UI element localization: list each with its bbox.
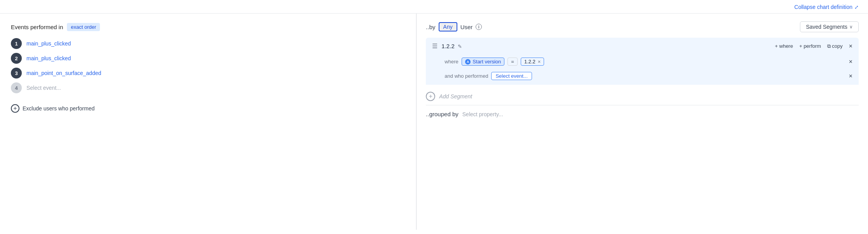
by-label: ..by [426,24,435,30]
property-name: Start version [472,59,501,65]
event-name-2[interactable]: main_plus_clicked [26,55,71,61]
exact-order-badge[interactable]: exact order [67,23,100,31]
any-button[interactable]: Any [439,22,457,31]
event-number-2: 2 [11,53,22,64]
info-icon[interactable]: i [476,24,482,30]
value-badge[interactable]: 1.2.2 × [521,58,544,66]
user-label: User [460,24,473,30]
segment-block: ☰ 1.2.2 ✎ + where + perform ⧉ copy × w [426,38,859,85]
chevron-down-icon: ∨ [849,24,853,30]
select-property-placeholder[interactable]: Select property... [462,111,503,117]
where-row-close-button[interactable]: × [849,58,852,65]
events-header: Events performed in exact order [11,23,405,31]
top-bar: Collapse chart definition ⤢ [0,0,868,14]
collapse-chart-link[interactable]: Collapse chart definition ⤢ [794,4,859,10]
andwho-label: and who performed [444,73,488,79]
exclude-users-row[interactable]: + Exclude users who performed [11,104,405,113]
where-label: where [444,59,458,65]
right-header: ..by Any User i Saved Segments ∨ [426,21,859,32]
saved-segments-button[interactable]: Saved Segments ∨ [800,21,859,32]
copy-label: copy [832,43,842,49]
exclude-users-icon: + [11,104,19,113]
segment-close-button[interactable]: × [849,43,852,50]
add-segment-label[interactable]: Add Segment [439,93,472,100]
segment-name-text: 1.2.2 [441,43,454,49]
list-item: 2 main_plus_clicked [11,53,405,64]
events-header-label: Events performed in [11,24,63,30]
event-placeholder-4[interactable]: Select event... [26,85,61,91]
event-number-1: 1 [11,38,22,49]
list-item: 1 main_plus_clicked [11,38,405,49]
grouped-by-label: ..grouped by [426,111,458,117]
by-user-row: ..by Any User i [426,22,482,31]
segment-name: 1.2.2 ✎ [441,43,771,49]
select-event-button[interactable]: Select event... [491,72,532,80]
event-name-1[interactable]: main_plus_clicked [26,40,71,47]
andwho-close-button[interactable]: × [849,73,852,80]
right-panel: ..by Any User i Saved Segments ∨ ☰ 1.2.2… [416,14,868,230]
event-list: 1 main_plus_clicked 2 main_plus_clicked … [11,38,405,93]
event-number-4: 4 [11,82,22,93]
exclude-users-label: Exclude users who performed [23,105,94,112]
list-item: 4 Select event... [11,82,405,93]
copy-icon: ⧉ [827,43,831,49]
where-action-button[interactable]: + where [775,43,793,49]
perform-action-button[interactable]: + perform [799,43,821,49]
add-segment-row: + Add Segment [426,86,859,105]
event-number-3: 3 [11,68,22,79]
add-segment-icon[interactable]: + [426,92,435,101]
saved-segments-label: Saved Segments [806,24,847,30]
collapse-chart-label: Collapse chart definition [794,4,852,10]
property-badge[interactable]: A Start version [462,58,504,66]
property-type-icon: A [465,59,471,65]
grouped-by-row: ..grouped by Select property... [426,111,859,117]
event-name-3[interactable]: main_point_on_surface_added [26,70,101,76]
main-layout: Events performed in exact order 1 main_p… [0,14,868,230]
segment-actions: + where + perform ⧉ copy × [775,43,852,50]
list-item: 3 main_point_on_surface_added [11,68,405,79]
value-text: 1.2.2 [524,59,536,65]
edit-pencil-icon[interactable]: ✎ [458,44,462,49]
value-close-icon[interactable]: × [538,59,541,65]
copy-action-button[interactable]: ⧉ copy [827,43,842,49]
andwho-row: and who performed Select event... × [426,69,859,85]
collapse-icon: ⤢ [854,4,859,10]
where-row: where A Start version = 1.2.2 × × [426,54,859,69]
drag-handle-icon[interactable]: ☰ [432,42,438,50]
left-panel: Events performed in exact order 1 main_p… [0,14,416,230]
equals-badge[interactable]: = [508,58,518,66]
segment-main-row: ☰ 1.2.2 ✎ + where + perform ⧉ copy × [426,38,859,54]
